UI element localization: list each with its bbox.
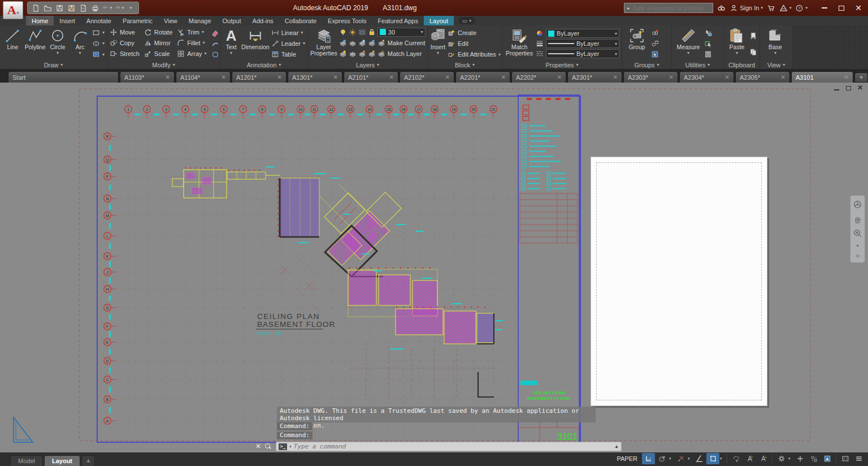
object-snap-icon[interactable] [706, 453, 719, 464]
plot-icon[interactable] [90, 3, 100, 13]
polar-tracking-icon[interactable] [656, 453, 669, 464]
open-drawing-icon[interactable] [42, 3, 53, 13]
dimension-tool[interactable]: Dimension [241, 27, 270, 61]
group-selection-icon[interactable] [651, 49, 659, 59]
panel-label-layers[interactable]: Layers▾ [308, 61, 427, 69]
edit-block-button[interactable]: Edit [448, 38, 501, 49]
overkill-tool[interactable] [211, 49, 219, 59]
steering-wheel-icon[interactable] [853, 200, 862, 209]
command-input[interactable] [294, 443, 613, 450]
panel-label-clipboard[interactable]: Clipboard [724, 61, 760, 69]
osnap-caret-icon[interactable]: ▾ [720, 456, 724, 461]
linetype-combo[interactable]: ByLayer▾ [546, 49, 619, 58]
explode-tool[interactable] [211, 38, 219, 49]
app-store-icon[interactable] [767, 4, 775, 12]
file-tab[interactable]: A2102* ✕ [400, 71, 454, 83]
object-color-combo[interactable]: ByLayer▾ [546, 29, 619, 38]
selection-cycling-icon[interactable] [730, 453, 743, 464]
minimize-button[interactable] [816, 1, 833, 15]
crosshair-icon[interactable] [793, 453, 806, 464]
rotate-tool[interactable]: Rotate [144, 27, 172, 37]
line-tool[interactable]: Line [2, 27, 23, 61]
polyline-tool[interactable]: Polyline [25, 27, 46, 61]
panel-label-draw[interactable]: Draw▾ [0, 61, 107, 69]
tab-close-icon[interactable]: ✕ [389, 74, 394, 80]
file-tab[interactable]: A1201* ✕ [232, 71, 287, 83]
drawing-canvas[interactable]: 123456789101112131415161718192021RQPNMLK… [0, 83, 868, 452]
ribbon-tab[interactable]: Output [217, 16, 247, 25]
command-line[interactable]: >_ ▾ ▲ [276, 442, 622, 451]
layer-unisolate-icon[interactable] [339, 50, 347, 58]
model-tab[interactable]: Model [10, 455, 43, 466]
redo-icon[interactable]: ▾ [114, 3, 124, 13]
snap-mode-icon[interactable] [674, 453, 687, 464]
file-tab[interactable]: A1103* ✕ [120, 71, 175, 83]
leader-tool[interactable]: Leader▾ [271, 38, 305, 49]
layer-prev-icon[interactable] [349, 50, 357, 58]
save-icon[interactable] [54, 3, 64, 13]
isolate-objects-icon[interactable] [821, 453, 834, 464]
file-tab[interactable]: A1301* ✕ [288, 71, 342, 83]
angle-constraint-icon[interactable]: ∠ [693, 453, 706, 464]
fillet-tool[interactable]: Fillet▾ [177, 37, 206, 48]
edit-attributes-button[interactable]: Edit Attributes▾ [448, 49, 501, 59]
file-tab[interactable]: A2304* ✕ [679, 71, 734, 83]
sign-in-button[interactable]: Sign In▾ [730, 4, 763, 12]
linear-dimension-tool[interactable]: Linear▾ [271, 28, 305, 38]
layer-isolate-icon[interactable] [349, 39, 357, 47]
file-tab[interactable]: A2303* ✕ [623, 71, 678, 83]
ribbon-tab[interactable]: Parametric [117, 16, 158, 25]
close-button[interactable]: ✕ [850, 1, 867, 15]
match-layer-button[interactable]: Match Layer [377, 48, 422, 59]
file-tab[interactable]: A1104* ✕ [176, 71, 231, 83]
ribbon-tab[interactable]: Add-ins [247, 16, 279, 25]
doc-restore-icon[interactable] [845, 85, 852, 90]
file-tab[interactable]: A2201* ✕ [455, 71, 510, 83]
ribbon-tab[interactable]: Insert [54, 16, 81, 25]
table-tool[interactable]: Table [271, 49, 305, 59]
panel-label-view[interactable]: View▾ [760, 61, 792, 69]
insert-block-button[interactable]: Insert▾ [430, 27, 446, 61]
search-icon[interactable] [717, 4, 726, 12]
tab-close-icon[interactable]: ✕ [669, 74, 674, 80]
layer-unlock-icon[interactable] [368, 50, 376, 58]
panel-label-modify[interactable]: Modify▾ [107, 61, 220, 69]
annotation-scale-icon[interactable] [757, 453, 770, 464]
doc-close-icon[interactable]: ✕ [857, 85, 863, 90]
lineweight-combo[interactable]: ByLayer▾ [546, 39, 619, 48]
new-layout-button[interactable]: + [81, 455, 95, 466]
tab-close-icon[interactable]: ✕ [333, 74, 338, 80]
paste-button[interactable]: Paste▾ [726, 27, 748, 61]
navbar-chevron-icon[interactable]: ▾ [856, 243, 858, 248]
file-tab[interactable]: A2301* ✕ [567, 71, 622, 83]
match-properties-button[interactable]: Match Properties [505, 27, 534, 61]
layer-vpfreeze-icon[interactable] [358, 28, 366, 36]
move-tool[interactable]: Move [110, 27, 140, 37]
snap-caret-icon[interactable]: ▾ [688, 456, 692, 461]
layer-on-icon[interactable] [339, 28, 347, 36]
tab-close-icon[interactable]: ✕ [501, 74, 506, 80]
quick-select-icon[interactable] [704, 38, 712, 49]
quick-calculator-icon[interactable] [704, 49, 712, 59]
tab-close-icon[interactable]: ✕ [725, 74, 730, 80]
new-drawing-icon[interactable] [31, 3, 41, 13]
layer-freeze-icon[interactable] [358, 39, 366, 47]
ribbon-tab[interactable]: View [158, 16, 183, 25]
file-tab[interactable]: A3101 ✕ [791, 71, 853, 83]
measure-button[interactable]: Measure▾ [674, 27, 702, 61]
cut-clip-icon[interactable] [749, 31, 757, 41]
chevron-down-icon[interactable]: ▾ [470, 19, 472, 23]
mirror-tool[interactable]: Mirror [144, 37, 172, 48]
undo-icon[interactable]: ▾ [102, 3, 112, 13]
ribbon-options[interactable]: ▭▾ [458, 16, 475, 25]
paper-space-toggle[interactable]: PAPER [613, 455, 641, 462]
command-search-icon[interactable] [265, 443, 271, 449]
layer-thaw-icon[interactable] [349, 28, 357, 36]
command-close-icon[interactable]: ✕ [255, 442, 261, 450]
tab-close-icon[interactable]: ✕ [277, 74, 282, 80]
tab-close-icon[interactable]: ✕ [844, 74, 849, 80]
pan-hand-icon[interactable] [853, 214, 862, 224]
trim-tool[interactable]: Trim▾ [177, 27, 206, 37]
ungroup-icon[interactable] [651, 28, 659, 38]
create-block-button[interactable]: Create [448, 28, 501, 38]
